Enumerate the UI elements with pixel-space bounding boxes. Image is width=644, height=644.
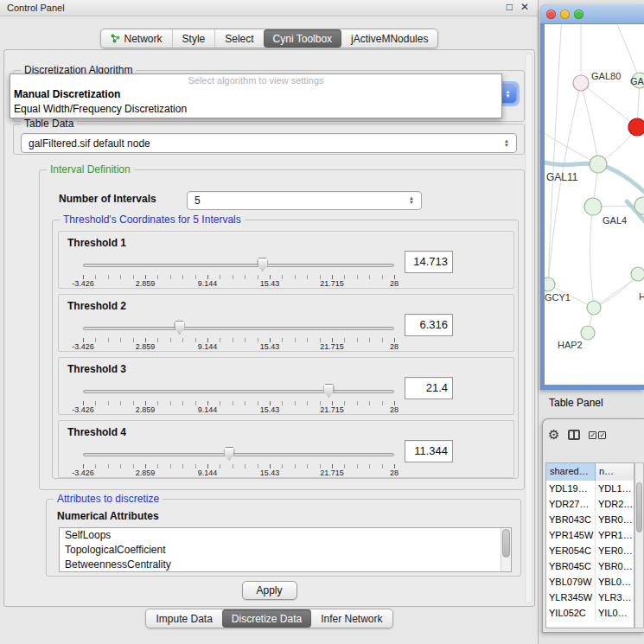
window-buttons: □ ✕	[507, 1, 529, 13]
numerical-attributes-label: Numerical Attributes	[57, 510, 159, 522]
table-row[interactable]: YDL19…YDL1…	[546, 481, 634, 496]
slider-scale-labels: -3.426 2.859 9.144 15.43 21.715 28	[83, 405, 394, 414]
panel-title: Control Panel	[7, 3, 65, 13]
table-row[interactable]: YIL052CYIL0…	[546, 605, 634, 621]
tab-cyni-toolbox[interactable]: Cyni Toolbox	[264, 29, 341, 48]
network-icon	[111, 34, 120, 43]
threshold-3-slider[interactable]	[83, 384, 394, 399]
list-scrollbar[interactable]	[501, 528, 511, 571]
threshold-label: Threshold 1	[67, 237, 126, 249]
list-item[interactable]: SelfLoops	[60, 528, 511, 543]
node-gal4[interactable]	[584, 198, 602, 215]
node-gal80[interactable]	[573, 75, 589, 91]
number-of-intervals-select[interactable]: 5 ▲ ▼	[187, 191, 422, 210]
table-row[interactable]: YBR045CYBR0…	[546, 558, 634, 574]
node-label: GCY1	[545, 292, 571, 303]
table-data-select[interactable]: galFiltered.sif default node ▲ ▼	[21, 133, 517, 153]
threshold-4-slider[interactable]	[83, 447, 394, 462]
threshold-2-value-field[interactable]: 6.316	[405, 314, 453, 336]
column-header-shared-name[interactable]: shared…	[546, 463, 596, 481]
list-item[interactable]: BetweennessCentrality	[60, 558, 511, 572]
threshold-label: Threshold 2	[67, 300, 126, 312]
dropdown-option-manual-discretization[interactable]: Manual Discretization	[10, 87, 501, 102]
control-panel-body: Discretization Algorithm ▲ ▼ Select algo…	[3, 49, 535, 607]
stepper-arrows-icon[interactable]: ▲ ▼	[501, 139, 513, 148]
tab-network[interactable]: Network	[101, 29, 172, 48]
node-label: GA	[630, 76, 644, 86]
slider-thumb[interactable]	[174, 321, 185, 335]
mac-minimize-button[interactable]	[560, 10, 570, 19]
tab-style[interactable]: Style	[172, 29, 215, 48]
algorithm-dropdown-popup: Select algorithm to view settings Manual…	[10, 73, 502, 118]
numerical-attributes-list[interactable]: SelfLoops TopologicalCoefficient Between…	[59, 527, 512, 572]
table-header-row: shared… n…	[546, 463, 634, 481]
network-window-titlebar[interactable]	[540, 4, 644, 24]
stepper-arrows-icon[interactable]: ▲ ▼	[405, 196, 418, 205]
slider-scale-labels: -3.426 2.859 9.144 15.43 21.715 28	[83, 342, 394, 351]
node-gcy1[interactable]	[545, 277, 555, 291]
threshold-2-slider[interactable]	[83, 321, 394, 336]
table-row[interactable]: YLR345WYLR3…	[546, 590, 634, 605]
tab-infer-network[interactable]: Infer Network	[311, 609, 392, 628]
node-hap2[interactable]	[581, 326, 595, 340]
apply-button[interactable]: Apply	[242, 581, 297, 600]
table-row[interactable]: YER054CYER0…	[546, 543, 634, 558]
group-title: Table Data	[21, 118, 77, 131]
dropdown-hint: Select algorithm to view settings	[10, 74, 501, 87]
slider-thumb[interactable]	[323, 384, 335, 398]
threshold-label: Threshold 4	[67, 426, 126, 438]
group-title: Threshold's Coordinates for 5 Intervals	[60, 214, 245, 226]
threshold-4-value-field[interactable]: 11.344	[405, 440, 453, 462]
app-root: Control Panel □ ✕ Network Style Select C…	[0, 0, 644, 644]
scrollbar-thumb[interactable]	[502, 529, 510, 558]
table-row[interactable]: YBL079WYBL0…	[546, 574, 634, 590]
table-row[interactable]: YPR145WYPR1…	[546, 527, 634, 543]
threshold-3-value-field[interactable]: 21.4	[405, 377, 453, 399]
tab-discretize-data[interactable]: Discretize Data	[222, 609, 311, 628]
slider-track[interactable]	[83, 327, 394, 330]
slider-track[interactable]	[83, 264, 394, 267]
network-window: GAL80 GA GAL11 GAL4 GCY1 H HAP2	[540, 4, 644, 390]
control-panel-tabs: Network Style Select Cyni Toolbox jActiv…	[0, 29, 539, 48]
mac-close-button[interactable]	[546, 10, 556, 19]
control-panel: Control Panel □ ✕ Network Style Select C…	[0, 0, 539, 644]
tab-impute-data[interactable]: Impute Data	[146, 609, 221, 628]
table-data-group: Table Data galFiltered.sif default node …	[13, 124, 525, 155]
mac-zoom-button[interactable]	[574, 10, 583, 19]
threshold-1-value-field[interactable]: 14.713	[405, 251, 453, 273]
close-icon[interactable]: ✕	[520, 1, 529, 13]
number-of-intervals-label: Number of Intervals	[59, 193, 156, 205]
panel-scrollbar[interactable]	[525, 53, 532, 603]
float-window-icon[interactable]: □	[507, 1, 513, 13]
network-canvas[interactable]: GAL80 GA GAL11 GAL4 GCY1 H HAP2	[545, 24, 644, 385]
number-of-intervals-value: 5	[188, 194, 405, 207]
list-item[interactable]: TopologicalCoefficient	[60, 543, 511, 558]
threshold-4-section: Threshold 4 -3.426 2.859 9.144 15.43 21.…	[58, 420, 514, 478]
interval-definition-group: Interval Definition Number of Intervals …	[39, 169, 525, 490]
gear-icon-button[interactable]: ⚙	[548, 428, 559, 442]
columns-icon-button[interactable]	[568, 430, 580, 440]
node-highlighted[interactable]	[628, 118, 644, 136]
tab-select[interactable]: Select	[214, 29, 263, 48]
table-scrollbar[interactable]	[634, 462, 644, 628]
slider-track[interactable]	[83, 390, 394, 393]
columns-icon	[568, 430, 580, 440]
slider-track[interactable]	[83, 453, 394, 456]
column-header-name[interactable]: n…	[596, 463, 634, 481]
threshold-1-slider[interactable]	[83, 258, 394, 273]
scrollbar-thumb[interactable]	[636, 482, 642, 532]
select-columns-icon-button[interactable]: ✓ ✓	[589, 431, 606, 439]
node-gal11[interactable]	[590, 156, 607, 173]
slider-thumb[interactable]	[257, 258, 268, 271]
table-row[interactable]: YDR27…YDR2…	[546, 496, 634, 512]
slider-scale-labels: -3.426 2.859 9.144 15.43 21.715 28	[83, 279, 394, 288]
dropdown-option-equal-width-frequency[interactable]: Equal Width/Frequency Discretization	[10, 102, 501, 117]
bottom-tabbar: Impute Data Discretize Data Infer Networ…	[145, 609, 392, 628]
table-row[interactable]: YBR043CYBR0…	[546, 512, 634, 527]
slider-thumb[interactable]	[224, 447, 235, 461]
top-tabbar: Network Style Select Cyni Toolbox jActiv…	[100, 29, 439, 48]
node[interactable]	[631, 267, 644, 281]
node[interactable]	[587, 301, 601, 315]
tab-jactivemnodules[interactable]: jActiveMNodules	[341, 29, 437, 48]
node-label: GAL11	[546, 171, 578, 183]
